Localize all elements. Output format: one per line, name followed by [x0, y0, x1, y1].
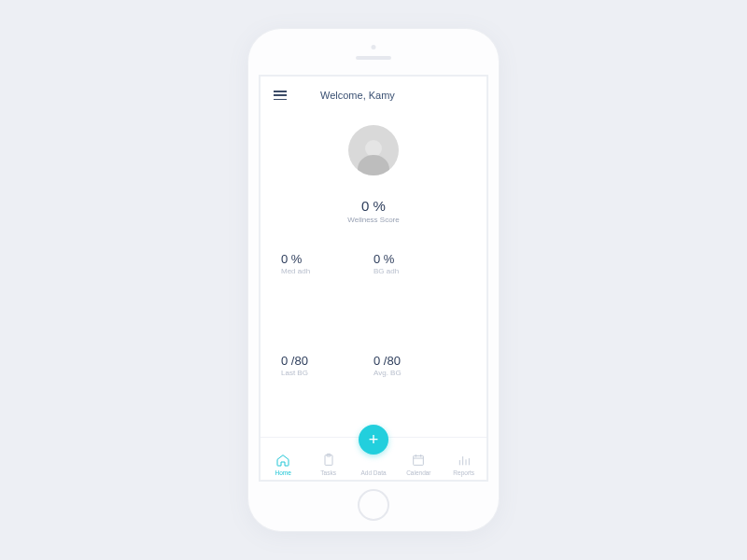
bar-chart-icon — [457, 453, 472, 468]
stat-last-bg: 0 /80 Last BG — [281, 354, 374, 429]
svg-rect-2 — [414, 455, 424, 465]
app-screen: Welcome, Kamy 0 % Wellness Score 0 % Med… — [259, 75, 488, 482]
user-avatar[interactable] — [348, 125, 399, 175]
phone-frame: Welcome, Kamy 0 % Wellness Score 0 % Med… — [247, 28, 500, 532]
stat-value: 0 % — [281, 252, 374, 266]
tab-label: Reports — [453, 469, 474, 476]
phone-home-button[interactable] — [358, 489, 389, 521]
wellness-value: 0 % — [261, 198, 486, 214]
stat-label: BG adh — [374, 267, 466, 275]
tab-label-add: Add Data — [360, 469, 386, 476]
stat-value: 0 /80 — [374, 354, 466, 368]
tab-home[interactable]: Home — [263, 453, 303, 476]
tab-reports[interactable]: Reports — [444, 453, 484, 476]
tab-calendar[interactable]: Calendar — [399, 453, 438, 476]
add-data-button[interactable]: + — [359, 425, 388, 455]
tab-label: Home — [275, 469, 291, 476]
wellness-score: 0 % Wellness Score — [261, 198, 486, 224]
tab-label: Tasks — [320, 469, 336, 476]
phone-camera — [372, 45, 376, 49]
stat-label: Med adh — [281, 267, 374, 275]
phone-speaker — [356, 56, 391, 60]
tab-label: Calendar — [406, 469, 430, 476]
welcome-text: Welcome, Kamy — [320, 90, 395, 101]
stat-label: Avg. BG — [374, 369, 466, 377]
hamburger-menu-icon[interactable] — [274, 91, 287, 100]
tab-tasks[interactable]: Tasks — [309, 453, 348, 476]
stat-bg-adh: 0 % BG adh — [374, 252, 466, 328]
stats-grid: 0 % Med adh 0 % BG adh 0 /80 Last BG 0 /… — [261, 252, 486, 437]
stat-avg-bg: 0 /80 Avg. BG — [374, 354, 466, 429]
header: Welcome, Kamy — [261, 77, 486, 108]
stat-value: 0 % — [374, 252, 466, 266]
calendar-icon — [411, 453, 426, 468]
stat-label: Last BG — [281, 369, 374, 377]
home-icon — [275, 453, 290, 468]
wellness-label: Wellness Score — [261, 216, 486, 224]
stat-value: 0 /80 — [281, 354, 374, 368]
avatar-container — [261, 125, 486, 175]
tab-bar: + Add Data Home Tasks Calendar Reports — [261, 437, 486, 480]
clipboard-icon — [321, 453, 336, 468]
stat-med-adh: 0 % Med adh — [281, 252, 374, 328]
